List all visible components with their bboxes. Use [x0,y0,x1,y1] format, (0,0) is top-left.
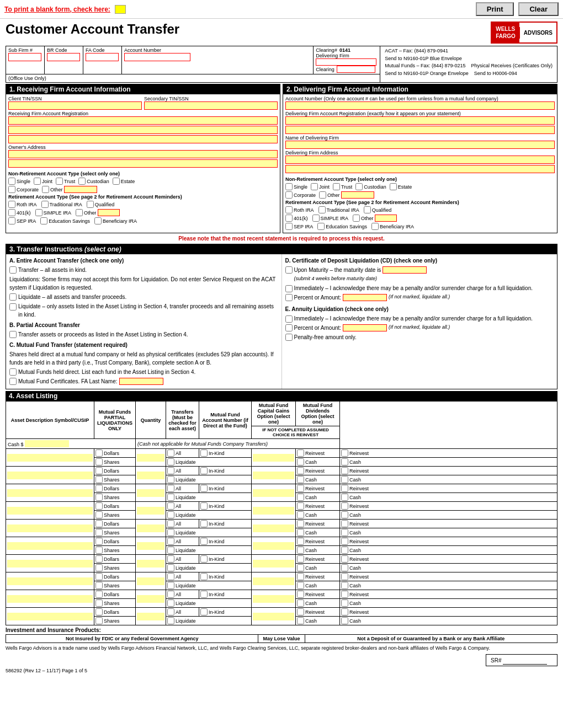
asset-desc-1[interactable] [7,454,93,462]
in-kind-cb-3[interactable] [200,485,208,492]
mf-acct-7[interactable] [253,560,294,568]
liquidate-cb-5[interactable] [167,529,174,536]
cash-div-7[interactable] [341,564,348,571]
in-kind-cb-9[interactable] [200,591,208,598]
estate-checkbox-2[interactable] [390,183,397,190]
clearing2-input[interactable] [337,66,375,73]
cash-div-5[interactable] [341,529,348,536]
reinvest-div-9[interactable] [341,591,348,598]
all-cb-6[interactable] [167,538,174,545]
mf-acct-6[interactable] [253,542,294,550]
delivering-reg-input1-2[interactable] [285,116,555,125]
dollars-cb-4[interactable] [95,502,103,510]
mf-acct-10[interactable] [253,613,294,620]
partial-transfer-checkbox[interactable] [9,331,17,338]
liquidate-partial-checkbox[interactable] [9,303,17,311]
other-input-2[interactable] [341,191,374,199]
reinvest-cg-6[interactable] [297,538,304,545]
acct-num-input-2[interactable] [285,101,555,110]
liquidate-cb-8[interactable] [167,582,174,589]
shares-cb-1[interactable] [95,458,103,465]
all-cb-7[interactable] [167,555,174,563]
percent-cd-checkbox[interactable] [285,294,293,301]
cash-cg-8[interactable] [297,582,304,589]
all-cb-9[interactable] [167,591,174,598]
reinvest-div-1[interactable] [341,449,348,457]
percent-annuity-checkbox[interactable] [285,324,293,331]
upon-maturity-checkbox[interactable] [285,266,293,274]
shares-cb-4[interactable] [95,511,103,518]
cash-div-3[interactable] [341,494,348,501]
receiving-reg-input1[interactable] [8,116,278,125]
fa-last-name-input[interactable] [119,378,163,385]
liquidate-cb-3[interactable] [167,494,174,501]
trad-checkbox-1[interactable] [41,201,49,208]
in-kind-cb-2[interactable] [200,467,208,474]
joint-checkbox-1[interactable] [34,178,41,185]
in-kind-cb-4[interactable] [200,502,208,510]
qty-1[interactable] [137,454,164,462]
asset-desc-10[interactable] [7,613,93,620]
client-tin-input[interactable] [8,101,142,110]
mf-cert-checkbox[interactable] [9,378,17,385]
edu-checkbox-1[interactable] [40,217,47,224]
dollars-cb-6[interactable] [95,538,103,545]
asset-desc-8[interactable] [7,577,93,585]
br-code-input[interactable] [47,53,80,61]
qty-4[interactable] [137,507,164,515]
percent-cd-input[interactable] [343,294,387,301]
mf-acct-9[interactable] [253,595,294,603]
reinvest-cg-2[interactable] [297,467,304,474]
custodian-checkbox-2[interactable] [355,183,363,190]
dollars-cb-10[interactable] [95,608,103,615]
shares-cb-10[interactable] [95,617,103,624]
all-cb-5[interactable] [167,520,174,527]
cash-div-9[interactable] [341,599,348,607]
qty-3[interactable] [137,489,164,497]
shares-cb-7[interactable] [95,564,103,571]
in-kind-cb-10[interactable] [200,608,208,615]
mf-acct-1[interactable] [253,454,294,462]
qty-8[interactable] [137,577,164,585]
asset-desc-4[interactable] [7,507,93,515]
dollars-cb-9[interactable] [95,591,103,598]
qty-10[interactable] [137,613,164,620]
bene-checkbox-2[interactable] [371,223,379,230]
liquidate-cb-6[interactable] [167,547,174,554]
owners-address-input2[interactable] [8,159,278,168]
dollars-cb-3[interactable] [95,485,103,492]
asset-desc-2[interactable] [7,472,93,479]
cash-cg-3[interactable] [297,494,304,501]
trust-checkbox-2[interactable] [333,183,340,190]
other-checkbox-1[interactable] [42,186,49,193]
sr-input[interactable] [503,656,547,665]
bene-checkbox-1[interactable] [94,217,102,224]
reinvest-div-7[interactable] [341,555,348,563]
edu-checkbox-2[interactable] [317,223,325,230]
mf-acct-3[interactable] [253,489,294,497]
immediately-cd-checkbox[interactable] [285,285,293,292]
del-address-input1[interactable] [285,156,555,164]
secondary-tin-input[interactable] [144,101,278,110]
reinvest-div-2[interactable] [341,467,348,474]
all-cb-3[interactable] [167,485,174,492]
dollars-cb-2[interactable] [95,467,103,474]
del-address-input2[interactable] [285,165,555,173]
reinvest-cg-1[interactable] [297,449,304,457]
other-ret-checkbox-1[interactable] [76,209,83,216]
shares-cb-9[interactable] [95,599,103,607]
other-ret-input-1[interactable] [98,209,120,216]
qty-9[interactable] [137,595,164,603]
clear-button[interactable]: Clear [518,2,559,16]
liquidate-cb-2[interactable] [167,476,174,483]
asset-desc-3[interactable] [7,489,93,497]
print-button[interactable]: Print [476,2,514,16]
simple-checkbox-2[interactable] [312,215,320,222]
reinvest-div-10[interactable] [341,608,348,615]
liquidate-cb-1[interactable] [167,458,174,465]
cash-div-8[interactable] [341,582,348,589]
reinvest-cg-8[interactable] [297,573,304,580]
all-cb-10[interactable] [167,608,174,615]
corporate-checkbox-2[interactable] [285,191,293,199]
dollars-cb-1[interactable] [95,449,103,457]
